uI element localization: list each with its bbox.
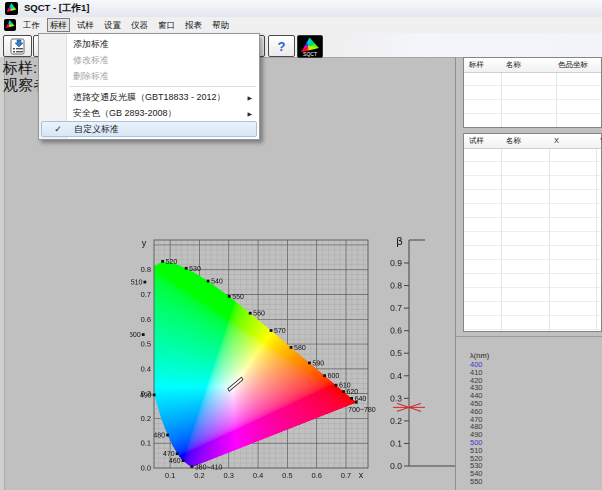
menu-separator [69,86,256,87]
title-bar[interactable]: SQCT - [工作1] [0,0,602,18]
col-name[interactable]: 名称 [506,60,521,70]
question-mark-icon: ? [278,40,286,53]
col-chromaticity[interactable]: 色品坐标 [558,60,588,70]
standards-table[interactable]: 标样 名称 色品坐标 [463,57,602,128]
sqct-logo-icon: SQCT [298,36,322,57]
cie-chromaticity-diagram[interactable] [130,232,380,482]
beta-axis [376,228,460,484]
menubar-item-试样[interactable]: 试样 [74,18,97,32]
menu-item-label: 安全色（GB 2893-2008） [73,108,177,118]
menubar-item-仪器[interactable]: 仪器 [128,18,151,32]
samples-table[interactable]: 试样 名称 X Y [463,133,602,332]
gamut-shape-icon [5,19,16,29]
menubar-item-帮助[interactable]: 帮助 [209,18,232,32]
menubar-item-设置[interactable]: 设置 [101,18,124,32]
col-name[interactable]: 名称 [506,136,521,146]
menu-bar: 工作标样试样设置仪器窗口报表帮助 [0,17,602,34]
menu-item-label: 添加标准 [73,39,109,49]
wavelength-header: λ(nm) [470,351,489,360]
application-window: SQCT - [工作1] 工作标样试样设置仪器窗口报表帮助 [0,0,602,490]
help-button[interactable]: ? [268,35,295,57]
menubar-item-窗口[interactable]: 窗口 [155,18,178,32]
menu-item-删除标准[interactable]: 删除标准 [39,68,259,84]
samples-table-header[interactable]: 试样 名称 X Y [464,134,601,149]
sqct-logo-label: SQCT [298,51,322,57]
menubar-items: 工作标样试样设置仪器窗口报表帮助 [18,18,234,32]
wavelength-item-550[interactable]: 550 [470,478,483,486]
standards-table-header[interactable]: 标样 名称 色品坐标 [464,58,601,73]
menubar-item-报表[interactable]: 报表 [182,18,205,32]
menu-item-label: 自定义标准 [74,124,119,134]
menubar-item-标样[interactable]: 标样 [47,18,70,32]
menu-item-自定义标准[interactable]: ✓自定义标准 [41,121,257,137]
menu-item-label: 道路交通反光膜（GBT18833 - 2012） [73,92,226,102]
submenu-arrow-icon: ▶ [247,90,252,106]
client-left-edge [0,57,5,490]
menu-item-修改标准[interactable]: 修改标准 [39,52,259,68]
load-standard-button[interactable] [3,35,32,57]
menu-item-label: 删除标准 [73,71,109,81]
wavelength-items: 4004104204304404504604704804905005105205… [470,361,483,486]
col-x[interactable]: X [554,136,559,145]
document-list-download-icon [9,38,27,55]
menu-item-道路交通反光膜（GBT18833 - 2012）[interactable]: 道路交通反光膜（GBT18833 - 2012）▶ [39,89,259,105]
window-title: SQCT - [工作1] [24,2,89,15]
col-standard[interactable]: 标样 [469,60,484,70]
menu-item-添加标准[interactable]: 添加标准 [39,36,259,52]
checkmark-icon: ✓ [42,122,74,136]
menu-item-label: 修改标准 [73,55,109,65]
wavelength-panel: λ(nm) 4004104204304404504604704804905005… [456,336,602,490]
mdi-child-icon [4,19,16,31]
gamut-shape-icon [6,3,17,14]
app-icon [5,2,18,15]
submenu-arrow-icon: ▶ [247,106,252,122]
menu-item-安全色（GB 2893-2008）[interactable]: 安全色（GB 2893-2008）▶ [39,105,259,121]
col-sample[interactable]: 试样 [469,136,484,146]
standards-dropdown-menu: 添加标准修改标准删除标准道路交通反光膜（GBT18833 - 2012）▶安全色… [38,33,260,140]
standards-menu-list: 添加标准修改标准删除标准道路交通反光膜（GBT18833 - 2012）▶安全色… [39,36,259,137]
sqct-about-button[interactable]: SQCT [297,35,323,58]
menubar-item-工作[interactable]: 工作 [20,18,43,32]
